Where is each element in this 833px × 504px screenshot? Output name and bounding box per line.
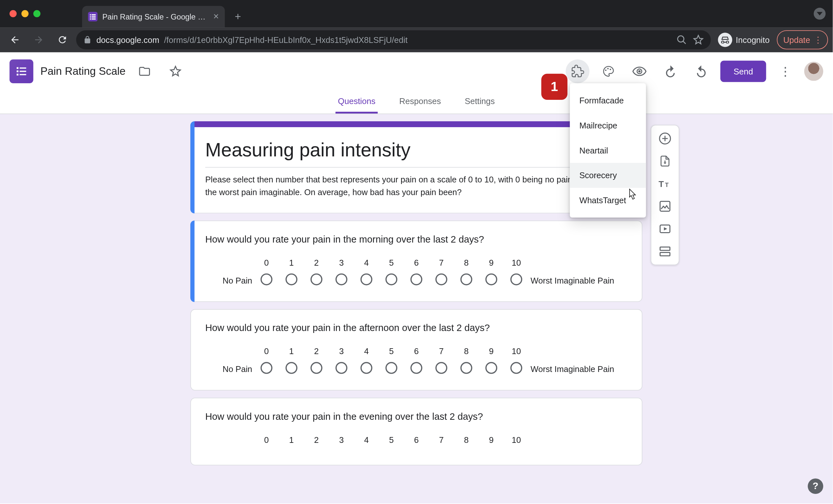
- scale-radio[interactable]: [335, 362, 348, 374]
- scale-radio[interactable]: [261, 274, 273, 285]
- scale-radio[interactable]: [360, 362, 373, 374]
- svg-rect-10: [17, 71, 18, 72]
- svg-point-17: [638, 70, 641, 73]
- scale-radio[interactable]: [435, 362, 447, 374]
- add-section-icon[interactable]: [654, 241, 676, 262]
- add-question-icon[interactable]: [654, 128, 676, 149]
- addons-menu-item[interactable]: Scorecery: [570, 163, 646, 188]
- scale-radio[interactable]: [460, 362, 473, 374]
- tab-responses[interactable]: Responses: [397, 96, 444, 114]
- form-description[interactable]: Please select then number that best repr…: [205, 167, 628, 199]
- question-card[interactable]: How would you rate your pain in the morn…: [190, 221, 642, 302]
- scale-high-label: Worst Imaginable Pain: [531, 275, 626, 285]
- update-label: Update: [783, 35, 810, 45]
- preview-icon[interactable]: [628, 59, 651, 83]
- forms-logo-icon[interactable]: [9, 59, 33, 83]
- scale-radio[interactable]: [310, 274, 323, 285]
- svg-rect-8: [17, 67, 18, 69]
- svg-rect-0: [90, 14, 91, 16]
- forward-button[interactable]: [29, 30, 49, 50]
- question-side-toolbar: TT: [651, 125, 680, 265]
- scale-radio[interactable]: [410, 274, 422, 285]
- scale-radio[interactable]: [386, 362, 398, 374]
- kebab-icon: ⋮: [814, 35, 822, 45]
- scale-radio[interactable]: [285, 274, 298, 285]
- forms-favicon-icon: [88, 12, 98, 22]
- scale-radio[interactable]: [485, 362, 498, 374]
- window-minimize-icon[interactable]: [22, 10, 29, 17]
- browser-tab-active[interactable]: Pain Rating Scale - Google Forms ×: [82, 6, 225, 27]
- scale-radio[interactable]: [510, 274, 522, 285]
- svg-point-15: [608, 68, 609, 69]
- svg-rect-3: [92, 16, 96, 18]
- scale-radio[interactable]: [510, 362, 522, 374]
- tab-overflow-icon[interactable]: [814, 8, 826, 20]
- star-icon[interactable]: [164, 59, 187, 83]
- question-title[interactable]: How would you rate your pain in the afte…: [205, 323, 628, 334]
- addons-menu-item[interactable]: Formfacade: [570, 88, 646, 113]
- question-title[interactable]: How would you rate your pain in the morn…: [205, 234, 628, 245]
- url-path: /forms/d/1e0rbbXgl7EpHhd-HEuLbInf0x_Hxds…: [164, 35, 407, 45]
- window-close-icon[interactable]: [9, 10, 17, 17]
- send-button[interactable]: Send: [720, 60, 766, 82]
- scale-radio[interactable]: [261, 362, 273, 374]
- add-title-icon[interactable]: TT: [654, 173, 676, 195]
- addons-menu-item[interactable]: Neartail: [570, 138, 646, 163]
- back-button[interactable]: [5, 30, 25, 50]
- add-image-icon[interactable]: [654, 196, 676, 217]
- svg-text:T: T: [665, 182, 669, 188]
- svg-rect-23: [660, 201, 670, 211]
- scale-radio[interactable]: [386, 274, 398, 285]
- notification-badge: 1: [541, 74, 567, 100]
- scale-number-row: 0 1 2 3 4 5 6 7 8 9 10: [205, 435, 628, 445]
- incognito-icon: [718, 33, 732, 47]
- addons-menu-item[interactable]: Mailrecipe: [570, 113, 646, 138]
- forms-header: Pain Rating Scale 1 Send ⋮ Formfacade Ma…: [0, 52, 833, 91]
- scale-radio[interactable]: [360, 274, 373, 285]
- scale-radio[interactable]: [435, 274, 447, 285]
- svg-rect-4: [90, 19, 91, 20]
- address-bar[interactable]: docs.google.com/forms/d/1e0rbbXgl7EpHhd-…: [76, 30, 711, 49]
- svg-point-14: [605, 70, 606, 71]
- browser-tabstrip: Pain Rating Scale - Google Forms × +: [0, 0, 833, 27]
- zoom-icon[interactable]: [676, 34, 687, 45]
- help-icon[interactable]: ?: [808, 479, 823, 494]
- addons-button[interactable]: [566, 59, 590, 83]
- import-questions-icon[interactable]: [654, 150, 676, 172]
- more-header-icon[interactable]: ⋮: [773, 59, 797, 83]
- scale-radio[interactable]: [460, 274, 473, 285]
- addons-menu: Formfacade Mailrecipe Neartail Scorecery…: [570, 83, 646, 218]
- question-card[interactable]: How would you rate your pain in the even…: [190, 398, 642, 465]
- move-to-folder-icon[interactable]: [133, 59, 157, 83]
- scale-radio[interactable]: [485, 274, 498, 285]
- document-title[interactable]: Pain Rating Scale: [40, 65, 126, 77]
- svg-rect-5: [92, 19, 96, 20]
- scale-radio[interactable]: [410, 362, 422, 374]
- redo-icon[interactable]: [690, 59, 713, 83]
- svg-rect-25: [660, 247, 670, 250]
- incognito-chip[interactable]: Incognito: [718, 33, 769, 47]
- new-tab-button[interactable]: +: [230, 8, 246, 25]
- scale-radio[interactable]: [335, 274, 348, 285]
- window-zoom-icon[interactable]: [33, 10, 40, 17]
- bookmark-icon[interactable]: [693, 34, 704, 45]
- scale-radio[interactable]: [285, 362, 298, 374]
- form-title[interactable]: Measuring pain intensity: [205, 139, 628, 161]
- update-button[interactable]: Update ⋮: [777, 30, 828, 49]
- scale-high-label: Worst Imaginable Pain: [531, 364, 626, 374]
- reload-button[interactable]: [52, 30, 73, 50]
- tab-settings[interactable]: Settings: [462, 96, 497, 114]
- question-title[interactable]: How would you rate your pain in the even…: [205, 411, 628, 422]
- account-avatar[interactable]: [804, 62, 823, 81]
- scale-radio[interactable]: [310, 362, 323, 374]
- add-video-icon[interactable]: [654, 218, 676, 240]
- tab-questions[interactable]: Questions: [335, 96, 378, 114]
- tab-close-icon[interactable]: ×: [213, 12, 219, 22]
- undo-icon[interactable]: [659, 59, 682, 83]
- lock-icon: [83, 36, 92, 44]
- addons-menu-item[interactable]: WhatsTarget: [570, 188, 646, 213]
- question-card[interactable]: How would you rate your pain in the afte…: [190, 309, 642, 390]
- theme-icon[interactable]: [597, 59, 620, 83]
- form-canvas: TT Measuring pain intensity Please selec…: [0, 114, 833, 503]
- browser-tab-title: Pain Rating Scale - Google Forms: [102, 12, 209, 21]
